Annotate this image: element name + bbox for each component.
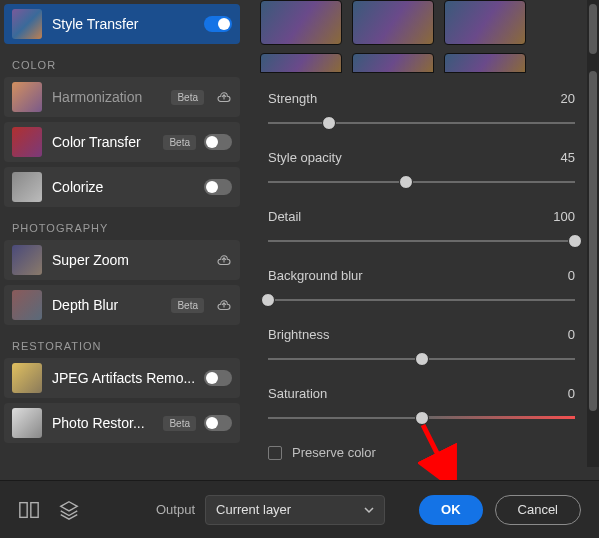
svg-rect-3 (31, 502, 38, 517)
slider-value: 45 (561, 150, 575, 165)
filter-icon (12, 408, 42, 438)
toggle-switch[interactable] (204, 16, 232, 32)
filter-icon (12, 245, 42, 275)
slider-track[interactable] (268, 116, 575, 130)
filter-label: Colorize (52, 179, 204, 195)
slider-control: Style opacity45 (268, 150, 575, 189)
output-value: Current layer (216, 502, 291, 517)
filter-label: Depth Blur (52, 297, 171, 313)
slider-handle[interactable] (415, 352, 429, 366)
slider-label: Strength (268, 91, 317, 106)
filter-icon (12, 127, 42, 157)
toggle-switch[interactable] (204, 179, 232, 195)
slider-track[interactable] (268, 411, 575, 425)
chevron-down-icon (364, 505, 374, 515)
slider-control: Strength20 (268, 91, 575, 130)
filter-item[interactable]: Depth BlurBeta (4, 285, 240, 325)
toggle-switch[interactable] (204, 370, 232, 386)
beta-badge: Beta (163, 135, 196, 150)
style-preset[interactable] (260, 0, 342, 45)
compare-icon[interactable] (18, 499, 40, 521)
ok-button[interactable]: OK (419, 495, 483, 525)
slider-value: 100 (553, 209, 575, 224)
style-preset[interactable] (444, 53, 526, 73)
layers-icon[interactable] (58, 499, 80, 521)
slider-label: Saturation (268, 386, 327, 401)
slider-handle[interactable] (415, 411, 429, 425)
slider-handle[interactable] (568, 234, 582, 248)
slider-label: Detail (268, 209, 301, 224)
filter-label: JPEG Artifacts Remo... (52, 370, 204, 386)
filter-item[interactable]: HarmonizationBeta (4, 77, 240, 117)
slider-label: Background blur (268, 268, 363, 283)
filter-item[interactable]: Super Zoom (4, 240, 240, 280)
footer: Output Current layer OK Cancel (0, 480, 599, 538)
cloud-icon (216, 299, 232, 312)
style-presets-row2 (244, 45, 599, 73)
toggle-switch[interactable] (204, 134, 232, 150)
output-label: Output (156, 502, 195, 517)
settings-panel: Strength20Style opacity45Detail100Backgr… (244, 0, 599, 467)
style-preset[interactable] (444, 0, 526, 45)
slider-value: 0 (568, 386, 575, 401)
cloud-icon (216, 254, 232, 267)
cancel-button[interactable]: Cancel (495, 495, 581, 525)
section-header: PHOTOGRAPHY (4, 212, 240, 240)
filter-label: Photo Restor... (52, 415, 163, 431)
slider-label: Style opacity (268, 150, 342, 165)
preserve-color-label: Preserve color (292, 445, 376, 460)
style-preset[interactable] (352, 0, 434, 45)
slider-track[interactable] (268, 234, 575, 248)
toggle-switch[interactable] (204, 415, 232, 431)
slider-control: Saturation0 (268, 386, 575, 425)
beta-badge: Beta (171, 298, 204, 313)
svg-rect-2 (20, 502, 27, 517)
output-select[interactable]: Current layer (205, 495, 385, 525)
filter-icon (12, 82, 42, 112)
filter-label: Style Transfer (52, 16, 204, 32)
filter-label: Super Zoom (52, 252, 212, 268)
sidebar: Style TransferCOLORHarmonizationBetaColo… (0, 0, 244, 467)
slider-control: Brightness0 (268, 327, 575, 366)
slider-track[interactable] (268, 352, 575, 366)
slider-value: 0 (568, 268, 575, 283)
filter-icon (12, 363, 42, 393)
filter-icon (12, 172, 42, 202)
slider-label: Brightness (268, 327, 329, 342)
filter-icon (12, 290, 42, 320)
settings-scrollbar[interactable] (587, 67, 599, 467)
slider-value: 20 (561, 91, 575, 106)
style-presets (244, 0, 599, 45)
filter-item[interactable]: Colorize (4, 167, 240, 207)
slider-track[interactable] (268, 175, 575, 189)
style-preset[interactable] (352, 53, 434, 73)
slider-handle[interactable] (322, 116, 336, 130)
slider-control: Background blur0 (268, 268, 575, 307)
slider-handle[interactable] (261, 293, 275, 307)
slider-control: Detail100 (268, 209, 575, 248)
filter-label: Color Transfer (52, 134, 163, 150)
presets-scrollbar[interactable] (587, 0, 599, 67)
filter-item[interactable]: Color TransferBeta (4, 122, 240, 162)
slider-handle[interactable] (399, 175, 413, 189)
filter-item[interactable]: Photo Restor...Beta (4, 403, 240, 443)
beta-badge: Beta (171, 90, 204, 105)
slider-value: 0 (568, 327, 575, 342)
section-header: RESTORATION (4, 330, 240, 358)
filter-item[interactable]: Style Transfer (4, 4, 240, 44)
filter-item[interactable]: JPEG Artifacts Remo... (4, 358, 240, 398)
slider-track[interactable] (268, 293, 575, 307)
cloud-icon (216, 91, 232, 104)
section-header: COLOR (4, 49, 240, 77)
beta-badge: Beta (163, 416, 196, 431)
filter-label: Harmonization (52, 89, 171, 105)
preserve-color-checkbox[interactable] (268, 446, 282, 460)
style-preset[interactable] (260, 53, 342, 73)
filter-icon (12, 9, 42, 39)
preserve-color-row: Preserve color (268, 445, 575, 460)
